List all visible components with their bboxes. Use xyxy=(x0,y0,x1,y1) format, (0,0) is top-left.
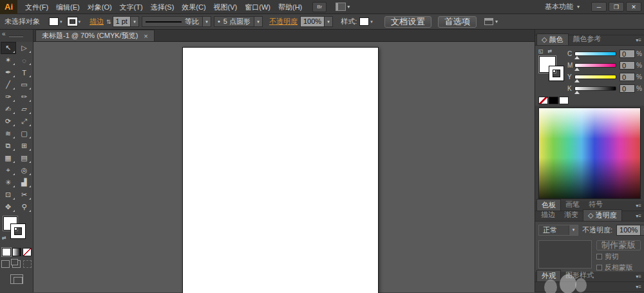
draw-inside-icon[interactable] xyxy=(23,260,32,268)
menu-item[interactable]: 帮助(H) xyxy=(274,0,306,14)
clip-checkbox-row[interactable]: 剪切 xyxy=(596,252,641,261)
tool-mesh[interactable]: ▦ xyxy=(1,152,16,164)
tab-颜色参考[interactable]: 颜色参考 xyxy=(569,33,606,45)
stroke-width-dropdown[interactable]: 1 pt ▾ xyxy=(113,16,139,27)
menu-item[interactable]: 窗口(W) xyxy=(241,0,274,14)
restore-button[interactable]: ❐ xyxy=(609,2,624,12)
slider-track[interactable] xyxy=(574,63,616,68)
tool-paintbrush[interactable]: ✑ xyxy=(1,91,16,103)
tool-eyedropper[interactable]: ⌖ xyxy=(1,164,16,176)
fill-color-dropdown[interactable]: ▾ xyxy=(49,17,64,26)
white-swatch[interactable] xyxy=(559,97,569,104)
tool-perspective-grid[interactable]: ⊞ xyxy=(17,140,32,152)
default-colors-icon[interactable]: ◱ xyxy=(538,48,544,54)
panel-grip[interactable] xyxy=(9,35,23,37)
slider-thumb[interactable] xyxy=(574,68,580,71)
close-button[interactable]: ✕ xyxy=(626,2,641,12)
panel-menu-icon[interactable]: ▾≡ xyxy=(636,274,644,279)
tool-pen[interactable]: ✒ xyxy=(1,66,16,79)
gradient-button[interactable] xyxy=(12,248,21,256)
workspace-switcher[interactable]: 基本功能 ▾ xyxy=(545,2,580,12)
none-swatch[interactable] xyxy=(538,97,548,104)
collapse-panel-icon[interactable]: « xyxy=(2,30,6,37)
tool-rotate[interactable]: ⟳ xyxy=(1,115,16,128)
menu-item[interactable]: 编辑(E) xyxy=(52,0,84,14)
bridge-icon[interactable]: Br xyxy=(312,2,327,12)
tab-颜色[interactable]: ◇ 颜色 xyxy=(536,33,569,45)
menu-item[interactable]: 选择(S) xyxy=(147,0,178,14)
control-bar-options[interactable]: ▾ xyxy=(484,18,498,25)
document-tab[interactable]: 未标题-1 @ 70% (CMYK/预览) × xyxy=(35,30,155,41)
slider-track[interactable] xyxy=(574,75,616,79)
slider-track[interactable] xyxy=(574,52,616,56)
canvas[interactable] xyxy=(33,42,535,292)
tool-rectangle[interactable]: ▭ xyxy=(17,79,32,91)
slider-value-field[interactable]: 0 xyxy=(620,50,635,58)
tab-透明度[interactable]: ◇ 透明度 xyxy=(583,209,622,221)
slider-thumb[interactable] xyxy=(574,56,580,59)
close-tab-icon[interactable]: × xyxy=(144,32,147,40)
arrange-documents-dropdown[interactable]: ▾ xyxy=(336,3,350,11)
menu-item[interactable]: 文字(T) xyxy=(116,0,147,14)
color-button[interactable] xyxy=(2,248,11,256)
tab-描边[interactable]: 描边 xyxy=(536,209,560,221)
panel-menu-icon[interactable]: ▾≡ xyxy=(636,213,644,219)
opacity-dropdown[interactable]: 100% ▾ xyxy=(300,16,333,27)
style-dropdown[interactable]: ▾ xyxy=(359,17,374,26)
panel-menu-icon[interactable]: ▾≡ xyxy=(636,37,644,43)
slider-value-field[interactable]: 0 xyxy=(620,73,635,81)
preferences-button[interactable]: 首选项 xyxy=(438,16,477,28)
slider-thumb[interactable] xyxy=(574,91,580,94)
draw-behind-icon[interactable] xyxy=(12,260,21,268)
tool-column-graph[interactable]: ▟ xyxy=(17,176,32,189)
tool-hand[interactable]: ✥ xyxy=(1,201,16,213)
tab-图形样式[interactable]: 图形样式 xyxy=(561,270,598,281)
make-mask-button[interactable]: 制作蒙版 xyxy=(596,240,641,250)
menu-item[interactable]: 视图(V) xyxy=(210,0,242,14)
slider-track[interactable] xyxy=(574,86,616,91)
swap-fill-stroke-icon[interactable]: ⇄ xyxy=(2,235,6,241)
tool-magic-wand[interactable]: ✶ xyxy=(1,54,16,66)
color-spectrum[interactable] xyxy=(538,108,641,199)
tool-width[interactable]: ≋ xyxy=(1,128,16,140)
tool-line-segment[interactable]: ╱ xyxy=(1,79,16,91)
tool-blob-brush[interactable]: ✍ xyxy=(1,103,16,115)
tool-pencil[interactable]: ✏ xyxy=(17,91,32,103)
black-swatch[interactable] xyxy=(549,97,558,104)
tool-lasso[interactable]: ◌ xyxy=(17,54,32,66)
screen-mode-icon[interactable] xyxy=(10,274,23,284)
checkbox-icon[interactable] xyxy=(596,254,602,260)
tool-shape-builder[interactable]: ⧉ xyxy=(1,140,16,152)
panel-menu-icon[interactable]: ▾≡ xyxy=(636,284,644,290)
tool-zoom[interactable]: ⚲ xyxy=(17,201,32,213)
tool-type[interactable]: T xyxy=(17,66,32,79)
document-setup-button[interactable]: 文档设置 xyxy=(384,16,431,28)
slider-value-field[interactable]: 0 xyxy=(620,84,635,93)
tool-eraser[interactable]: ▱ xyxy=(17,103,32,115)
stroke-proxy[interactable] xyxy=(11,224,25,238)
width-profile-dropdown[interactable]: 等比 ▾ xyxy=(142,16,211,27)
tool-free-transform[interactable]: ▢ xyxy=(17,128,32,140)
tool-direct-selection[interactable]: ▷ xyxy=(17,42,32,54)
menu-item[interactable]: 效果(C) xyxy=(178,0,209,14)
menu-item[interactable]: 对象(O) xyxy=(84,0,116,14)
tab-渐变[interactable]: 渐变 xyxy=(560,209,583,221)
invert-mask-checkbox-row[interactable]: 反相蒙版 xyxy=(596,263,641,272)
minimize-button[interactable]: ─ xyxy=(591,2,607,12)
panel-menu-icon[interactable]: ▾≡ xyxy=(636,203,644,209)
stroke-width-stepper[interactable]: ⇅ xyxy=(106,19,111,25)
artboard[interactable] xyxy=(182,47,379,293)
stroke-proxy[interactable] xyxy=(549,66,564,80)
opacity-panel-link[interactable]: 不透明度 xyxy=(269,17,298,26)
slider-value-field[interactable]: 0 xyxy=(620,61,635,70)
tool-blend[interactable]: ◎ xyxy=(17,164,32,176)
object-thumbnail[interactable] xyxy=(538,240,592,269)
swap-fill-stroke-icon[interactable]: ⇄ xyxy=(548,48,553,54)
stroke-color-dropdown[interactable]: ▾ xyxy=(68,17,82,26)
none-button[interactable] xyxy=(23,248,32,256)
tool-gradient[interactable]: ▤ xyxy=(17,152,32,164)
slider-thumb[interactable] xyxy=(574,79,580,82)
stroke-panel-link[interactable]: 描边 xyxy=(90,17,104,26)
blend-mode-dropdown[interactable]: 正常 ▾ xyxy=(538,225,578,236)
tool-scale[interactable]: ⤢ xyxy=(17,115,32,128)
